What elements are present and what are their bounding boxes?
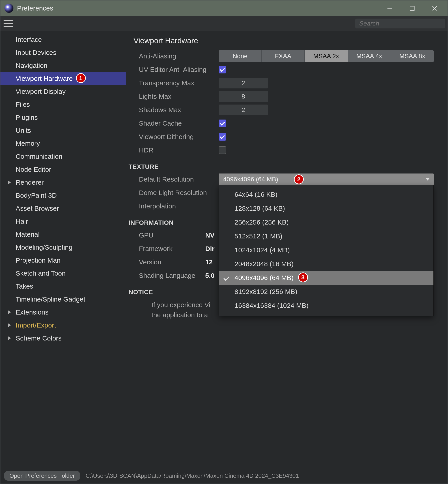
sidebar-item-projection-man[interactable]: Projection Man	[0, 254, 126, 267]
chevron-down-icon	[426, 178, 430, 181]
default-resolution-label: Default Resolution	[134, 176, 219, 183]
svg-rect-1	[410, 6, 414, 10]
default-resolution-dropdown[interactable]: 4096x4096 (64 MB) 2 64x64 (16 KB)128x128…	[219, 173, 434, 185]
resolution-option-label: 2048x2048 (16 MB)	[234, 260, 294, 268]
sidebar-item-label: Asset Browser	[16, 205, 59, 212]
preferences-content: Viewport Hardware Anti-Aliasing NoneFXAA…	[126, 31, 448, 470]
sidebar-item-label: Renderer	[16, 179, 44, 186]
sidebar-item-label: Navigation	[16, 62, 48, 69]
shadows-max-input[interactable]: 2	[219, 105, 268, 115]
sidebar-item-label: Extensions	[16, 308, 49, 316]
sidebar-item-viewport-hardware[interactable]: Viewport Hardware1	[0, 72, 126, 85]
shading-language-value: 5.0	[205, 272, 215, 279]
resolution-option[interactable]: 128x128 (64 KB)	[219, 202, 433, 215]
dome-light-resolution-label: Dome Light Resolution	[134, 189, 219, 196]
sidebar-item-renderer[interactable]: Renderer	[0, 176, 126, 189]
sidebar-item-node-editor[interactable]: Node Editor	[0, 163, 126, 176]
search-input[interactable]	[355, 19, 445, 28]
hdr-checkbox[interactable]	[219, 146, 226, 154]
app-icon	[4, 4, 13, 13]
sidebar-item-communication[interactable]: Communication	[0, 150, 126, 163]
shadows-max-label: Shadows Max	[134, 106, 219, 114]
chevron-right-icon	[8, 323, 11, 327]
sidebar-item-label: Files	[16, 101, 30, 108]
sidebar-item-label: Sketch and Toon	[16, 270, 66, 277]
sidebar-item-units[interactable]: Units	[0, 124, 126, 137]
aa-option-msaa-8x[interactable]: MSAA 8x	[391, 50, 434, 62]
sidebar-item-interface[interactable]: Interface	[0, 33, 126, 46]
sidebar-item-label: Units	[16, 127, 31, 134]
statusbar: Open Preferences Folder C:\Users\3D-SCAN…	[0, 470, 448, 484]
sidebar-item-navigation[interactable]: Navigation	[0, 59, 126, 72]
uv-editor-aa-checkbox[interactable]	[219, 66, 226, 73]
resolution-option[interactable]: 1024x1024 (4 MB)	[219, 243, 433, 257]
sidebar-item-memory[interactable]: Memory	[0, 137, 126, 150]
resolution-option-label: 256x256 (256 KB)	[234, 219, 289, 226]
titlebar: Preferences	[0, 0, 448, 16]
anti-aliasing-segmented[interactable]: NoneFXAAMSAA 2xMSAA 4xMSAA 8x	[219, 50, 434, 62]
sidebar-item-files[interactable]: Files	[0, 98, 126, 111]
sidebar-item-label: Communication	[16, 153, 62, 160]
sidebar-item-bodypaint-3d[interactable]: BodyPaint 3D	[0, 189, 126, 202]
panel-title: Viewport Hardware	[134, 36, 440, 45]
aa-option-msaa-2x[interactable]: MSAA 2x	[305, 50, 348, 62]
callout-badge-1: 1	[76, 73, 86, 83]
sidebar-item-sketch-and-toon[interactable]: Sketch and Toon	[0, 267, 126, 280]
sidebar-item-extensions[interactable]: Extensions	[0, 306, 126, 319]
sidebar-item-label: Node Editor	[16, 166, 51, 173]
resolution-option-label: 512x512 (1 MB)	[234, 232, 282, 240]
lights-max-label: Lights Max	[134, 93, 219, 100]
transparency-max-input[interactable]: 2	[219, 78, 268, 88]
sidebar-item-takes[interactable]: Takes	[0, 280, 126, 293]
sidebar-item-scheme-colors[interactable]: Scheme Colors	[0, 332, 126, 345]
resolution-option[interactable]: 8192x8192 (256 MB)	[219, 285, 433, 299]
maximize-button[interactable]	[408, 4, 417, 13]
transparency-max-label: Transparency Max	[134, 79, 219, 87]
version-value: 12	[205, 258, 213, 266]
sidebar-item-label: Scheme Colors	[16, 335, 62, 342]
shader-cache-checkbox[interactable]	[219, 119, 226, 127]
sidebar-item-import-export[interactable]: Import/Export	[0, 319, 126, 332]
sidebar-item-input-devices[interactable]: Input Devices	[0, 46, 126, 59]
default-resolution-menu: 64x64 (16 KB)128x128 (64 KB)256x256 (256…	[219, 185, 434, 316]
sidebar-item-timeline-spline-gadget[interactable]: Timeline/Spline Gadget	[0, 293, 126, 306]
resolution-option[interactable]: 256x256 (256 KB)	[219, 215, 433, 229]
sidebar-item-viewport-display[interactable]: Viewport Display	[0, 85, 126, 98]
open-preferences-folder-button[interactable]: Open Preferences Folder	[4, 471, 80, 481]
uv-editor-aa-label: UV Editor Anti-Aliasing	[134, 66, 219, 73]
sidebar-item-asset-browser[interactable]: Asset Browser	[0, 202, 126, 215]
resolution-option[interactable]: 2048x2048 (16 MB)	[219, 257, 433, 271]
sidebar-item-label: Takes	[16, 282, 33, 290]
gpu-value: NV	[205, 232, 215, 239]
sidebar-item-label: Plugins	[16, 114, 38, 121]
sidebar-item-plugins[interactable]: Plugins	[0, 111, 126, 124]
aa-option-msaa-4x[interactable]: MSAA 4x	[348, 50, 391, 62]
sidebar-item-label: Viewport Hardware	[16, 75, 73, 82]
framework-label: Framework	[134, 245, 205, 252]
sidebar-item-hair[interactable]: Hair	[0, 215, 126, 228]
resolution-option[interactable]: 16384x16384 (1024 MB)	[219, 299, 433, 312]
sidebar-item-material[interactable]: Material	[0, 228, 126, 241]
chevron-right-icon	[8, 310, 11, 314]
sidebar-item-label: Import/Export	[16, 321, 56, 329]
check-icon	[224, 275, 230, 281]
window-title: Preferences	[17, 4, 53, 12]
sidebar-item-modeling-sculpting[interactable]: Modeling/Sculpting	[0, 241, 126, 254]
chevron-right-icon	[8, 336, 11, 340]
texture-section-header: TEXTURE	[128, 163, 440, 170]
resolution-option-label: 1024x1024 (4 MB)	[234, 246, 290, 254]
resolution-option[interactable]: 64x64 (16 KB)	[219, 187, 433, 202]
aa-option-none[interactable]: None	[219, 50, 262, 62]
anti-aliasing-label: Anti-Aliasing	[134, 52, 219, 60]
resolution-option-label: 64x64 (16 KB)	[234, 191, 278, 198]
resolution-option[interactable]: 4096x4096 (64 MB)3	[219, 271, 433, 285]
sidebar-item-label: Timeline/Spline Gadget	[16, 296, 85, 303]
resolution-option[interactable]: 512x512 (1 MB)	[219, 229, 433, 243]
aa-option-fxaa[interactable]: FXAA	[262, 50, 305, 62]
menu-button[interactable]	[3, 19, 13, 28]
viewport-dithering-checkbox[interactable]	[219, 133, 226, 141]
lights-max-input[interactable]: 8	[219, 91, 268, 102]
resolution-option-label: 8192x8192 (256 MB)	[234, 288, 297, 296]
close-button[interactable]	[430, 4, 439, 13]
minimize-button[interactable]	[385, 4, 394, 13]
